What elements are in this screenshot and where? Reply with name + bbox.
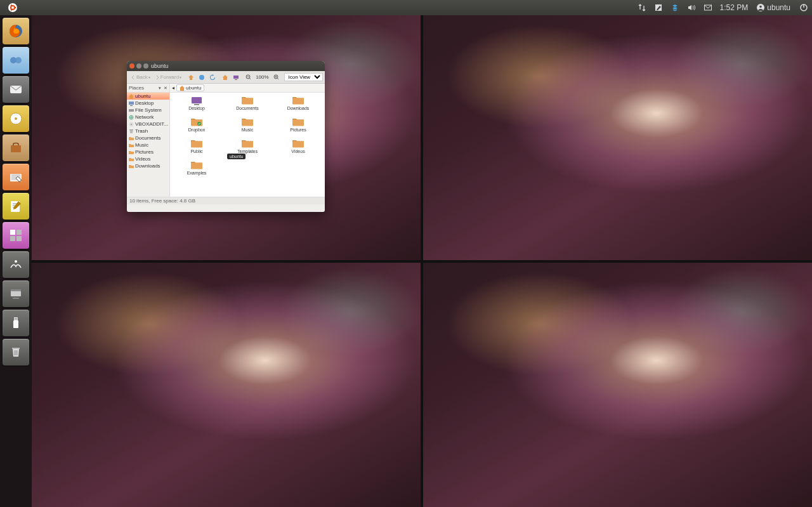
folder-label: Templates — [237, 149, 258, 154]
unity-launcher — [0, 15, 32, 507]
workspace-3[interactable] — [32, 263, 421, 508]
nautilus-main: ◂ ubuntu DesktopDocumentsDownloadsDropbo… — [170, 84, 325, 197]
computer-button[interactable] — [232, 74, 240, 81]
folder-examples[interactable]: Examples — [171, 160, 222, 181]
folder-label: Music — [242, 128, 253, 132]
launcher-trash[interactable] — [3, 339, 29, 365]
folder-dropbox[interactable]: Dropbox — [171, 117, 222, 138]
home-button[interactable] — [221, 74, 230, 81]
svg-rect-34 — [233, 76, 239, 79]
sidebar-place-videos[interactable]: Videos — [127, 155, 169, 162]
launcher-gedit[interactable] — [3, 193, 29, 220]
workspace-2[interactable] — [423, 15, 812, 260]
place-label: Music — [135, 142, 148, 148]
place-label: VBOXADDIT... — [135, 121, 168, 127]
folder-public[interactable]: Public — [171, 138, 222, 160]
launcher-app-a[interactable] — [3, 251, 29, 278]
folder-label: Documents — [236, 106, 258, 110]
sidebar-place-desktop[interactable]: Desktop — [127, 100, 169, 107]
back-button[interactable]: Back ▾ — [129, 74, 152, 81]
folder-desktop[interactable]: Desktop — [171, 95, 222, 117]
stop-button[interactable] — [197, 74, 206, 81]
sidebar-place-vboxaddit-[interactable]: VBOXADDIT... — [127, 121, 169, 128]
folder-icon — [129, 157, 134, 162]
folder-icon — [129, 150, 134, 155]
workspace-4[interactable] — [423, 263, 812, 508]
zoom-out-button[interactable] — [244, 74, 252, 81]
session-indicator[interactable]: ubuntu — [752, 3, 796, 12]
svg-rect-48 — [242, 98, 253, 105]
folder-icon — [129, 143, 134, 148]
svg-rect-39 — [129, 102, 134, 105]
sidebar-place-pictures[interactable]: Pictures — [127, 148, 169, 155]
chevron-down-icon[interactable]: ▾ ✕ — [159, 86, 167, 91]
launcher-nautilus[interactable] — [3, 164, 29, 190]
desktop-icon — [129, 101, 134, 106]
sidebar-place-trash[interactable]: Trash — [127, 128, 169, 135]
launcher-usb[interactable] — [3, 310, 29, 336]
ubuntu-logo-button[interactable] — [0, 0, 25, 15]
folder-music[interactable]: Music — [222, 117, 273, 138]
place-label: Downloads — [135, 163, 160, 169]
svg-point-12 — [15, 57, 22, 63]
svg-point-4 — [11, 9, 13, 11]
folder-downloads[interactable]: Downloads — [273, 95, 324, 117]
window-titlebar[interactable]: ubuntu — [127, 61, 325, 71]
reload-button[interactable] — [208, 74, 217, 81]
zoom-in-button[interactable] — [272, 74, 280, 81]
reload-icon — [209, 74, 216, 81]
sidebar-place-music[interactable]: Music — [127, 142, 169, 148]
back-label: Back — [136, 74, 148, 80]
launcher-workspace-switcher[interactable] — [3, 222, 29, 249]
clock[interactable]: 1:52 PM — [716, 0, 752, 15]
view-mode-select[interactable]: Icon View — [284, 73, 323, 81]
launcher-software-center[interactable] — [3, 135, 29, 161]
svg-rect-54 — [191, 142, 202, 148]
messaging-indicator-icon[interactable] — [700, 0, 716, 15]
volume-indicator-icon[interactable] — [683, 0, 700, 15]
svg-rect-21 — [16, 230, 22, 235]
launcher-rhythmbox[interactable] — [3, 105, 29, 132]
place-label: Network — [135, 114, 154, 120]
text-editor-indicator-icon[interactable] — [650, 0, 667, 15]
nautilus-body: Places ▾ ✕ ubuntuDesktopFile SystemNetwo… — [127, 84, 325, 197]
arrow-right-icon — [155, 75, 160, 80]
folder-label: Desktop — [188, 106, 205, 110]
sidebar-place-ubuntu[interactable]: ubuntu — [127, 93, 169, 100]
svg-point-33 — [199, 75, 204, 80]
svg-rect-32 — [12, 348, 20, 349]
folder-pictures[interactable]: Pictures — [273, 117, 324, 138]
workspace-1[interactable]: ubuntu Back ▾ Forward ▾ — [32, 15, 421, 260]
dropbox-indicator-icon[interactable] — [667, 0, 683, 15]
trash-icon — [129, 129, 134, 134]
icon-view[interactable]: DesktopDocumentsDownloadsDropboxMusicPic… — [170, 93, 325, 197]
dropdown-icon: ▾ — [180, 75, 181, 79]
sidebar-place-network[interactable]: Network — [127, 114, 169, 121]
minimize-button[interactable] — [136, 63, 141, 69]
folder-videos[interactable]: Videos — [273, 138, 324, 160]
sidebar-place-file-system[interactable]: File System — [127, 107, 169, 114]
place-label: Videos — [135, 156, 150, 162]
network-indicator-icon[interactable] — [634, 0, 650, 15]
close-button[interactable] — [129, 63, 134, 69]
nautilus-window[interactable]: ubuntu Back ▾ Forward ▾ — [127, 61, 325, 212]
maximize-button[interactable] — [143, 63, 148, 69]
up-button[interactable] — [187, 74, 195, 81]
launcher-app-b[interactable] — [3, 280, 29, 307]
launcher-mail[interactable] — [3, 76, 29, 103]
sidebar-place-downloads[interactable]: Downloads — [127, 162, 169, 169]
svg-point-16 — [15, 117, 17, 120]
top-panel: 1:52 PM ubuntu — [0, 0, 812, 15]
power-indicator-icon[interactable] — [796, 0, 812, 15]
launcher-firefox[interactable] — [3, 18, 29, 44]
folder-documents[interactable]: Documents — [222, 95, 273, 117]
svg-rect-22 — [10, 236, 15, 241]
forward-button[interactable]: Forward ▾ — [154, 74, 183, 81]
sidebar-place-documents[interactable]: Documents — [127, 135, 169, 142]
path-toggle-icon[interactable]: ◂ — [172, 85, 174, 91]
breadcrumb-home[interactable]: ubuntu — [176, 84, 204, 91]
svg-rect-56 — [292, 142, 304, 148]
username-label: ubuntu — [767, 3, 790, 12]
svg-rect-31 — [16, 319, 17, 320]
launcher-shotwell[interactable] — [3, 47, 29, 74]
